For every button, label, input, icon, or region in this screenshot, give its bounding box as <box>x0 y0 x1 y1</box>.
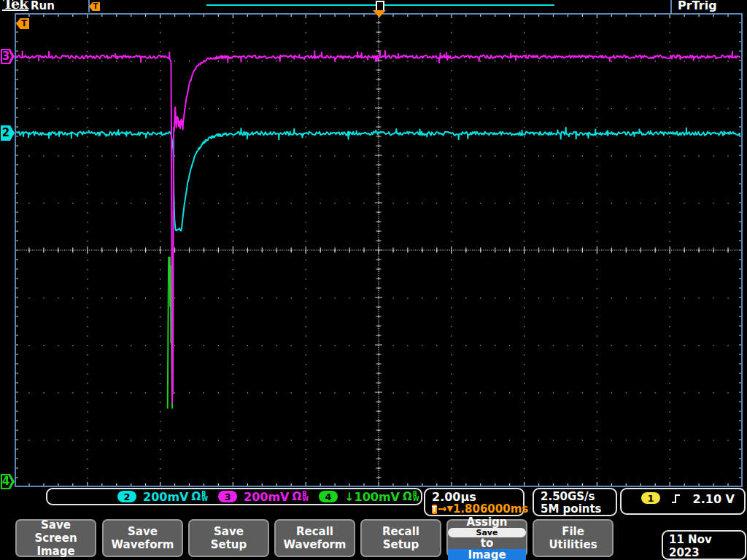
file-utilities-button[interactable]: FileUtilities <box>533 519 614 557</box>
channel-4-marker[interactable]: 4 <box>1 474 15 489</box>
trigger-readout[interactable]: 1 2.10 V <box>620 488 746 515</box>
oscilloscope-screen: { "header": { "logo": "Tek", "acq_status… <box>0 0 747 560</box>
channel-2-marker[interactable]: 2 <box>1 125 15 141</box>
save-waveform-button[interactable]: SaveWaveform <box>102 519 183 557</box>
expansion-point-marker-icon[interactable] <box>373 10 386 18</box>
assign-target: Image <box>448 549 526 560</box>
acquisition-readout[interactable]: 2.50GS/s 5M points <box>533 488 617 516</box>
tek-logo: Tek <box>2 0 28 11</box>
ch2-impedance: ΩBW <box>191 490 208 503</box>
channel-4-marker-label: 4 <box>1 474 11 489</box>
delay-marker-icon: ▼ <box>446 503 452 515</box>
channel-3-marker-label: 3 <box>1 49 11 64</box>
recall-setup-button[interactable]: RecallSetup <box>360 519 441 557</box>
ch2-badge[interactable]: 2 <box>117 491 136 502</box>
ch4-badge[interactable]: 4 <box>319 491 338 502</box>
horizontal-delay-value: 1.806000ms <box>453 503 528 515</box>
channel-3-marker[interactable]: 3 <box>1 49 15 64</box>
assign-to-label: to <box>448 537 526 549</box>
horizontal-readout[interactable]: 2.00µs T → ▼ 1.806000ms <box>424 488 525 516</box>
clock-date: 11 Nov 2023 <box>669 533 745 559</box>
channel-2-marker-label: 2 <box>1 125 11 141</box>
trigger-source-badge[interactable]: 1 <box>641 492 660 504</box>
record-length: 5M points <box>541 503 616 516</box>
waveform-display[interactable] <box>0 0 747 560</box>
channel-readouts-bar[interactable]: 2 200mV ΩBW 3 200mV ΩBW 4 ↓100mV ΩBW <box>46 488 422 505</box>
ch2-scale: 200mV <box>143 490 188 504</box>
graticule-and-traces <box>0 0 747 560</box>
recall-waveform-button[interactable]: RecallWaveform <box>274 519 355 557</box>
trigger-level-value: 2.10 V <box>693 492 735 506</box>
ch3-badge[interactable]: 3 <box>218 491 237 502</box>
save-hardkey-pill: Save <box>448 528 526 537</box>
record-window-bracket-icon[interactable] <box>376 1 384 11</box>
assign-line1: Assign <box>448 516 526 528</box>
save-screen-image-button[interactable]: SaveScreen Image <box>15 519 96 557</box>
horizontal-delay-row: T → ▼ 1.806000ms <box>432 503 523 515</box>
ch3-scale: 200mV <box>244 490 289 504</box>
save-setup-button[interactable]: SaveSetup <box>188 519 269 557</box>
acquisition-status: Run <box>31 0 55 12</box>
horizontal-scale: 2.00µs <box>432 491 523 503</box>
ch4-impedance: ΩBW <box>403 490 419 503</box>
ch4-scale: ↓100mV <box>344 490 400 504</box>
delay-arrow-icon: → <box>438 503 447 515</box>
trigger-slope-icon <box>671 493 681 505</box>
ch3-impedance: ΩBW <box>293 490 309 503</box>
clock: 11 Nov 2023 18:12:22 <box>662 530 746 560</box>
sample-rate: 2.50GS/s <box>541 491 616 503</box>
trigger-status: PrTrig <box>678 0 717 11</box>
pretrig-divider <box>670 0 672 13</box>
assign-save-to-image-button[interactable]: Assign Save to Image <box>446 519 527 557</box>
trigger-t-icon: T <box>432 505 437 514</box>
